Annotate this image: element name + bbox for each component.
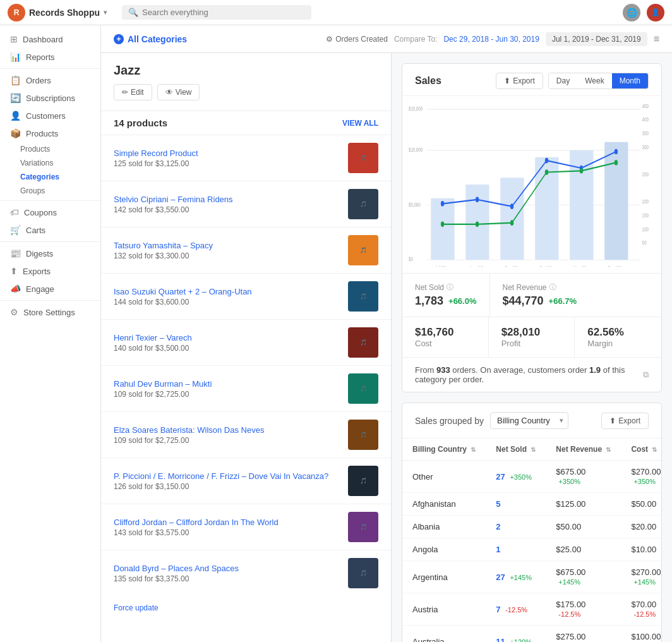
table-row: Other 27 +350% $675.00 +350% $270.00 +35…: [402, 461, 661, 493]
orders-created-label: ⚙ Orders Created: [326, 35, 388, 44]
col-cost[interactable]: Cost ⇅: [621, 439, 661, 461]
period-day-button[interactable]: Day: [549, 73, 577, 88]
sidebar-item-coupons[interactable]: 🏷 Coupons: [0, 203, 100, 221]
product-name[interactable]: Tatsuro Yamashita – Spacy: [114, 241, 340, 250]
cell-country: Austria: [402, 593, 486, 626]
product-name[interactable]: Stelvio Cipriani – Femina Ridens: [114, 195, 340, 204]
billing-country-select[interactable]: Billing Country: [490, 412, 568, 429]
right-panel: Sales ⬆ Export Day Week Month: [392, 53, 672, 642]
sidebar-item-customers[interactable]: 👤 Customers: [0, 107, 100, 124]
cell-net-sold: 5: [486, 493, 546, 516]
svg-text:300: 300: [642, 143, 649, 150]
digests-icon: 📰: [10, 248, 21, 258]
svg-text:$0: $0: [409, 256, 413, 263]
search-wrap: 🔍: [122, 5, 311, 20]
period-month-button[interactable]: Month: [612, 73, 648, 88]
product-thumbnail: 🎵: [348, 373, 378, 404]
sidebar-item-digests[interactable]: 📰 Digests: [0, 245, 100, 262]
cell-net-revenue: $175.00 -12.5%: [546, 593, 621, 626]
sidebar-sub-groups[interactable]: Groups: [0, 184, 100, 198]
search-input[interactable]: [142, 8, 305, 17]
product-thumbnail: 🎵: [348, 466, 378, 496]
product-info: Stelvio Cipriani – Femina Ridens 142 sol…: [114, 195, 340, 214]
col-net-sold[interactable]: Net Sold ⇅: [486, 439, 546, 461]
product-name[interactable]: Simple Record Product: [114, 148, 340, 158]
globe-icon[interactable]: 🌐: [623, 4, 640, 21]
force-update-link[interactable]: Force update: [101, 596, 391, 620]
table-row: Angola 1 $25.00 $10.00 $15.00: [402, 538, 661, 561]
period-week-button[interactable]: Week: [577, 73, 611, 88]
view-button[interactable]: 👁 View: [157, 84, 200, 100]
cell-country: Angola: [402, 538, 486, 561]
product-name[interactable]: Henri Texier – Varech: [114, 333, 340, 342]
col-net-revenue[interactable]: Net Revenue ⇅: [546, 439, 621, 461]
chevron-down-icon: ▾: [104, 9, 107, 16]
sidebar-item-exports[interactable]: ⬆ Exports: [0, 262, 100, 280]
sidebar-item-reports[interactable]: 📊 Reports: [0, 48, 100, 66]
sidebar-item-store-settings[interactable]: ⚙ Store Settings: [0, 303, 100, 321]
product-name[interactable]: P. Piccioni / E. Morricone / F. Frizzi –…: [114, 471, 340, 481]
product-name[interactable]: Donald Byrd – Places And Spaces: [114, 564, 340, 573]
app-logo[interactable]: R Records Shoppu ▾: [8, 4, 107, 21]
grouped-export-button[interactable]: ⬆ Export: [601, 413, 649, 429]
product-thumb-placeholder: 🎵: [360, 293, 367, 300]
product-name[interactable]: Elza Soares Baterista: Wilson Das Neves: [114, 425, 340, 435]
edit-button[interactable]: ✏ Edit: [114, 84, 152, 100]
cell-net-revenue: $25.00: [546, 538, 621, 561]
orders-info: From 933 orders. On average, customers o…: [402, 357, 661, 392]
cell-net-revenue: $675.00 +145%: [546, 561, 621, 593]
cell-net-sold: 27 +350%: [486, 461, 546, 493]
product-name[interactable]: Rahul Dev Burman – Mukti: [114, 379, 340, 389]
sidebar-item-engage[interactable]: 📣 Engage: [0, 280, 100, 298]
product-stats: 109 sold for $2,725.00: [114, 436, 340, 445]
exports-icon: ⬆: [10, 266, 18, 276]
product-thumbnail: 🎵: [348, 189, 378, 219]
gear-icon: ⚙: [326, 35, 333, 44]
content: Jazz ✏ Edit 👁 View 14 products VIEW ALL: [101, 53, 672, 642]
pct-badge: +350%: [633, 478, 656, 485]
svg-text:150: 150: [642, 212, 649, 219]
search-icon: 🔍: [128, 8, 138, 17]
menu-icon[interactable]: ≡: [654, 33, 659, 45]
view-all-link[interactable]: VIEW ALL: [342, 119, 378, 128]
sidebar-item-carts[interactable]: 🛒 Carts: [0, 221, 100, 239]
all-categories-button[interactable]: + All Categories: [114, 34, 187, 44]
grouped-table: Billing Country ⇅ Net Sold ⇅ Net Revenue…: [402, 439, 661, 642]
cell-cost: $10.00: [621, 538, 661, 561]
net-revenue-change: +66.7%: [549, 296, 577, 306]
sidebar-item-products[interactable]: 📦 Products: [0, 124, 100, 142]
product-info: P. Piccioni / E. Morricone / F. Frizzi –…: [114, 471, 340, 491]
billing-country-select-wrap: Billing Country: [490, 412, 568, 429]
sidebar-sub-categories[interactable]: Categories: [0, 170, 100, 184]
copy-icon[interactable]: ⧉: [643, 370, 649, 380]
product-name[interactable]: Isao Suzuki Quartet + 2 – Orang-Utan: [114, 287, 340, 296]
stats-row-1: Net Sold ⓘ 1,783 +66.0% Net Revenue: [402, 273, 661, 317]
avatar[interactable]: 👤: [647, 4, 664, 21]
col-billing-country[interactable]: Billing Country ⇅: [402, 439, 486, 461]
pct-badge: +145%: [633, 578, 656, 586]
grouped-label: Sales grouped by: [415, 416, 484, 426]
svg-point-33: [580, 168, 583, 174]
engage-icon: 📣: [10, 284, 21, 294]
cell-cost: $270.00 +350%: [621, 461, 661, 493]
grouped-header: Sales grouped by Billing Country ⬆ Expor…: [402, 403, 661, 439]
store-settings-icon: ⚙: [10, 307, 18, 317]
sidebar-item-subscriptions[interactable]: 🔄 Subscriptions: [0, 89, 100, 107]
sidebar-item-orders[interactable]: 📋 Orders: [0, 71, 100, 89]
upload-icon: ⬆: [504, 76, 510, 85]
grouped-left: Sales grouped by Billing Country: [415, 412, 568, 429]
sidebar-sub-variations[interactable]: Variations: [0, 156, 100, 170]
compare-label: Compare To:: [394, 35, 437, 44]
svg-point-26: [545, 158, 548, 164]
sidebar-item-dashboard[interactable]: ⊞ Dashboard: [0, 30, 100, 48]
products-count: 14 products: [114, 118, 167, 128]
info-icon: ⓘ: [447, 282, 453, 292]
svg-point-24: [476, 197, 479, 203]
sales-export-button[interactable]: ⬆ Export: [496, 73, 543, 89]
product-name[interactable]: Clifford Jordan – Clifford Jordan In The…: [114, 518, 340, 527]
sidebar-sub-products[interactable]: Products: [0, 142, 100, 156]
net-revenue-label: Net Revenue ⓘ: [503, 282, 649, 292]
sales-chart: $15,000 $10,000 $5,000 $0 450 400 350 30…: [409, 102, 649, 267]
list-item: Rahul Dev Burman – Mukti 109 sold for $2…: [101, 365, 391, 411]
pct-badge: +120%: [510, 638, 532, 643]
